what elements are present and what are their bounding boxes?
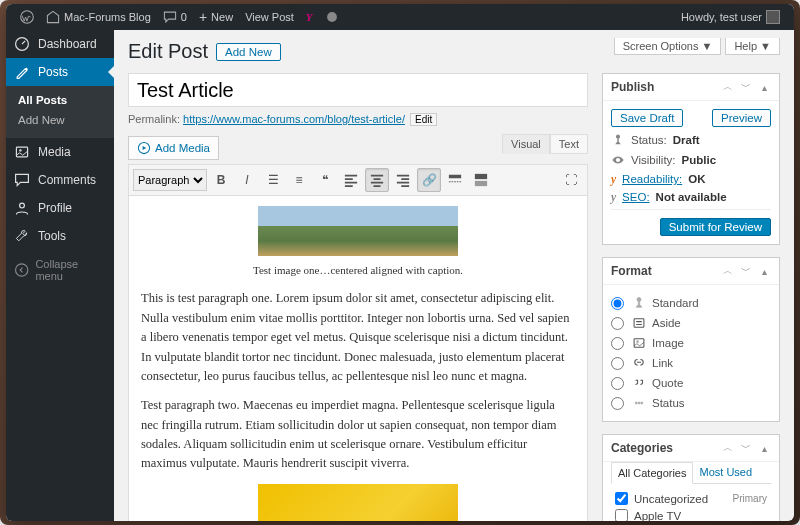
category-apple-tv[interactable]: Apple TV [615,507,767,521]
number-list-button[interactable]: ≡ [287,168,311,192]
format-option-aside[interactable]: Aside [611,313,771,333]
admin-bar: Mac-Forums Blog 0 +New View Post Y Howdy… [6,4,794,30]
align-right-button[interactable] [391,168,415,192]
format-option-image[interactable]: Image [611,333,771,353]
admin-sidebar: Dashboard Posts All Posts Add New Media … [6,30,114,521]
more-button[interactable] [443,168,467,192]
svg-point-13 [637,341,639,343]
collapse-menu[interactable]: Collapse menu [6,250,114,290]
menu-comments[interactable]: Comments [6,166,114,194]
editor-body[interactable]: Test image one…centered aligned with cap… [128,196,588,521]
view-post-link[interactable]: View Post [239,4,300,30]
content-area: Screen Options ▼ Help ▼ Edit Post Add Ne… [114,30,794,521]
comments-link[interactable]: 0 [157,4,193,30]
submit-review-button[interactable]: Submit for Review [660,218,771,236]
format-option-standard[interactable]: Standard [611,293,771,313]
seo-row: ySEO: Not available [611,191,771,203]
chevron-up-icon[interactable]: ︿ [721,264,735,278]
preview-button[interactable]: Preview [712,109,771,127]
help-button[interactable]: Help ▼ [725,38,780,55]
chevron-down-icon[interactable]: ﹀ [739,441,753,455]
menu-posts[interactable]: Posts [6,58,114,86]
permalink-link[interactable]: https://www.mac-forums.com/blog/test-art… [183,113,405,125]
toggle-icon[interactable]: ▴ [757,441,771,455]
svg-point-1 [327,12,337,22]
permalink: Permalink: https://www.mac-forums.com/bl… [128,113,588,126]
menu-dashboard[interactable]: Dashboard [6,30,114,58]
editor-toolbar: Paragraph B I ☰ ≡ ❝ 🔗 ⛶ [128,164,588,196]
align-center-button[interactable] [365,168,389,192]
bullet-list-button[interactable]: ☰ [261,168,285,192]
yoast-link[interactable]: Y [300,4,319,30]
svg-rect-9 [475,174,487,179]
eye-icon [611,153,625,167]
submenu-add-new[interactable]: Add New [6,110,114,130]
svg-rect-10 [475,181,487,186]
chevron-up-icon[interactable]: ︿ [721,441,735,455]
svg-point-14 [635,402,637,404]
paragraph-2: Test paragraph two. Maecenas eu imperdie… [141,396,575,474]
format-title: Format [611,264,717,278]
chevron-down-icon[interactable]: ﹀ [739,264,753,278]
cat-tab-most-used[interactable]: Most Used [693,462,758,483]
save-draft-button[interactable]: Save Draft [611,109,683,127]
toggle-icon[interactable]: ▴ [757,264,771,278]
status-row: Status: Draft [611,133,771,147]
categories-title: Categories [611,441,717,455]
svg-point-4 [19,149,21,151]
fullscreen-button[interactable]: ⛶ [559,168,583,192]
add-new-button[interactable]: Add New [216,43,281,61]
post-title-input[interactable] [128,73,588,107]
category-uncategorized[interactable]: UncategorizedPrimary [615,490,767,507]
new-link[interactable]: +New [193,4,239,30]
new-label: New [211,11,233,23]
link-button[interactable]: 🔗 [417,168,441,192]
format-select[interactable]: Paragraph [133,169,207,191]
readability-row: yReadability: OK [611,173,771,185]
howdy-link[interactable]: Howdy, test user [675,4,786,30]
tab-visual[interactable]: Visual [502,134,550,154]
menu-profile[interactable]: Profile [6,194,114,222]
cat-tab-all[interactable]: All Categories [611,462,693,484]
menu-tools[interactable]: Tools [6,222,114,250]
publish-box: Publish︿﹀▴ Save Draft Preview Status: Dr… [602,73,780,245]
content-image-1 [258,206,458,256]
submenu-all-posts[interactable]: All Posts [6,90,114,110]
add-media-button[interactable]: Add Media [128,136,219,160]
toolbar-toggle-button[interactable] [469,168,493,192]
paragraph-1: This is test paragraph one. Lorem ipsum … [141,289,575,386]
site-name-link[interactable]: Mac-Forums Blog [40,4,157,30]
chevron-up-icon[interactable]: ︿ [721,80,735,94]
publish-title: Publish [611,80,717,94]
chevron-down-icon[interactable]: ﹀ [739,80,753,94]
svg-point-16 [641,402,643,404]
format-option-link[interactable]: Link [611,353,771,373]
primary-label: Primary [733,493,767,504]
svg-rect-8 [449,175,461,179]
menu-media[interactable]: Media [6,138,114,166]
avatar [766,10,780,24]
bold-button[interactable]: B [209,168,233,192]
pin-icon [611,133,625,147]
submenu-posts: All Posts Add New [6,86,114,138]
content-image-2 [258,484,458,521]
svg-point-5 [20,203,25,208]
toggle-icon[interactable]: ▴ [757,80,771,94]
align-left-button[interactable] [339,168,363,192]
plugin-icon[interactable] [319,4,345,30]
format-option-status[interactable]: Status [611,393,771,413]
image-caption: Test image one…centered aligned with cap… [141,262,575,279]
svg-point-6 [16,264,28,276]
permalink-edit-button[interactable]: Edit [410,113,437,126]
screen-options-button[interactable]: Screen Options ▼ [614,38,722,55]
tab-text[interactable]: Text [550,134,588,154]
wp-logo[interactable] [14,4,40,30]
visibility-row: Visibility: Public [611,153,771,167]
quote-button[interactable]: ❝ [313,168,337,192]
svg-point-15 [638,402,640,404]
format-box: Format︿﹀▴ StandardAsideImageLinkQuoteSta… [602,257,780,422]
format-option-quote[interactable]: Quote [611,373,771,393]
site-name: Mac-Forums Blog [64,11,151,23]
italic-button[interactable]: I [235,168,259,192]
svg-rect-12 [634,339,644,347]
